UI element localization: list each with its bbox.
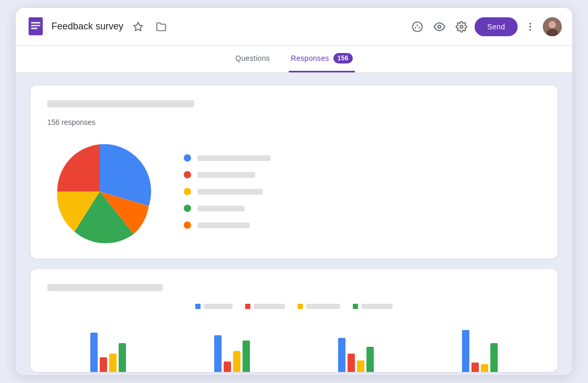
bar-2-blue <box>214 335 222 372</box>
bar-1-green <box>119 343 126 372</box>
bar-legend-blue <box>195 304 233 309</box>
bar-legend-label-red <box>254 304 285 309</box>
legend-bar-yellow <box>197 189 263 195</box>
avatar[interactable] <box>543 17 562 36</box>
legend-item-orange <box>184 221 541 229</box>
legend-bar-orange <box>197 222 250 228</box>
settings-button[interactable] <box>453 18 470 36</box>
svg-rect-3 <box>31 27 38 29</box>
bar-group-2 <box>214 335 250 372</box>
bar-3-yellow <box>357 360 364 372</box>
bar-legend-label-yellow <box>306 304 340 309</box>
svg-point-5 <box>413 22 422 31</box>
bar-legend-dot-blue <box>195 304 201 309</box>
card1-skeleton-title <box>47 100 194 108</box>
tabs-bar: Questions Responses 156 <box>16 46 572 73</box>
svg-point-8 <box>418 27 420 28</box>
bar-1-red <box>100 357 107 372</box>
bar-4-blue <box>462 330 469 372</box>
send-button[interactable]: Send <box>475 17 518 36</box>
bar-group-4 <box>462 330 498 372</box>
header-left: Feedback survey <box>26 17 408 36</box>
bar-1-yellow <box>109 354 117 372</box>
bar-2-red <box>224 361 231 372</box>
content-area: 156 responses <box>16 73 572 375</box>
legend-item-blue <box>184 154 541 162</box>
svg-point-6 <box>415 27 416 28</box>
bar-legend-red <box>245 304 285 309</box>
legend-dot-blue <box>184 154 191 162</box>
document-title: Feedback survey <box>51 21 123 32</box>
bar-2-yellow <box>233 351 240 372</box>
bars-area <box>47 320 541 372</box>
header: Feedback survey <box>16 8 572 46</box>
svg-marker-4 <box>134 22 143 30</box>
bar-3-green <box>366 347 374 372</box>
responses-badge: 156 <box>333 53 353 63</box>
bar-3-blue <box>338 338 345 372</box>
svg-rect-2 <box>31 25 40 26</box>
bar-legend-label-blue <box>204 304 233 309</box>
bar-legend-dot-green <box>353 304 358 309</box>
bar-4-red <box>471 363 479 372</box>
bar-legend-dot-red <box>245 304 250 309</box>
bar-group-1 <box>90 333 126 372</box>
svg-point-10 <box>460 25 463 28</box>
bar-chart-legend <box>47 304 541 309</box>
star-button[interactable] <box>130 18 146 35</box>
legend-item-yellow <box>184 188 541 195</box>
bar-2-green <box>243 341 250 372</box>
forms-icon <box>26 17 45 36</box>
tab-questions[interactable]: Questions <box>233 47 272 71</box>
pie-chart <box>47 139 152 244</box>
legend-dot-green <box>184 205 191 212</box>
bar-legend-dot-yellow <box>298 304 303 309</box>
svg-point-9 <box>438 25 441 28</box>
bar-chart-card <box>30 269 558 372</box>
svg-point-12 <box>529 26 531 27</box>
preview-button[interactable] <box>430 18 448 36</box>
more-button[interactable] <box>522 18 539 35</box>
bar-4-green <box>490 343 498 372</box>
legend-dot-yellow <box>184 188 191 195</box>
pie-legend <box>184 154 541 229</box>
app-window: Feedback survey <box>16 8 572 375</box>
legend-dot-red <box>184 171 191 178</box>
tab-responses[interactable]: Responses 156 <box>289 46 355 72</box>
bar-3-red <box>348 354 355 372</box>
svg-point-7 <box>417 24 418 26</box>
legend-item-green <box>184 205 541 212</box>
bar-legend-yellow <box>298 304 340 309</box>
legend-bar-green <box>197 206 245 211</box>
bar-legend-label-green <box>361 304 393 309</box>
svg-rect-1 <box>31 22 40 24</box>
folder-button[interactable] <box>153 18 170 35</box>
legend-dot-orange <box>184 221 191 229</box>
svg-point-13 <box>529 29 531 30</box>
legend-bar-red <box>197 172 255 178</box>
bar-legend-green <box>353 304 393 309</box>
pie-chart-card: 156 responses <box>30 86 558 259</box>
legend-item-red <box>184 171 541 178</box>
card2-skeleton-title <box>47 284 163 291</box>
legend-bar-blue <box>197 155 271 161</box>
pie-section <box>47 139 541 244</box>
bar-group-3 <box>338 338 374 372</box>
bar-4-yellow <box>481 364 488 372</box>
bar-1-blue <box>90 333 98 372</box>
header-right: Send <box>408 17 562 36</box>
svg-point-11 <box>529 23 531 24</box>
palette-button[interactable] <box>408 18 426 36</box>
response-count: 156 responses <box>47 118 541 126</box>
svg-point-15 <box>549 21 556 28</box>
